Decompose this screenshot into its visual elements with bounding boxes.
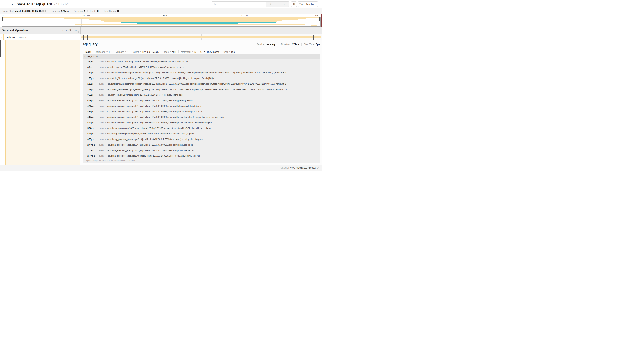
collapse-one-icon[interactable]: › [62, 30, 64, 31]
tags-row[interactable]: › Tags: _unfinished = 1 _verbose = 1 [83, 50, 236, 54]
trace-title: node sql1: sql query [16, 2, 52, 6]
find-input[interactable] [212, 2, 266, 7]
log-marker-tick[interactable] [123, 35, 124, 40]
log-row[interactable]: › 597μs: event=‹sql/distsql_running.go:4… [83, 131, 320, 137]
total-spans-label: Total Spans [104, 10, 116, 12]
log-message: event=‹sql/plan_opt.go:358 [nsql1,client… [99, 66, 184, 69]
trace-timeline-dropdown[interactable]: Trace Timeline › [298, 2, 318, 7]
chevron-right-icon: › [85, 127, 88, 129]
expand-all-icon[interactable]: ≫ [74, 29, 77, 32]
log-message: event=‹sql/conn_executor_exec.go:684 [ns… [99, 121, 212, 124]
trace-minimap[interactable] [2, 17, 320, 27]
log-row[interactable]: › 574μs: event=‹sql/distsql_running.go:1… [83, 125, 320, 131]
log-row[interactable]: › 502μs: event=‹sql/conn_executor_exec.g… [83, 120, 320, 125]
minimap-right-scrubber-handle[interactable] [320, 17, 320, 21]
log-row[interactable]: › 189μs: event=‹sql/catalog/lease/descri… [83, 81, 320, 87]
log-event-key: event [99, 61, 104, 63]
log-event-key: event [99, 99, 104, 102]
log-marker-tick[interactable] [122, 35, 122, 40]
locate-icon[interactable]: ⌖ [270, 3, 271, 6]
back-arrow-icon: ← [3, 2, 6, 6]
log-row[interactable]: › 176μs: event=‹sql/catalog/descs/descri… [83, 76, 320, 81]
log-event-value: sql/distsql_physical_planner.go:828 [nsq… [108, 138, 202, 141]
quote-close: › [192, 61, 192, 63]
minimap-span-row [2, 19, 320, 20]
log-row[interactable]: › 486μs: event=‹sql/conn_executor_exec.g… [83, 109, 320, 114]
log-row[interactable]: › 366μs: event=‹sql/plan_opt.go:358 [nsq… [83, 92, 320, 98]
quote-close: › [212, 127, 212, 129]
tag-equals: = [192, 51, 193, 53]
log-timestamp: 597μs: [88, 133, 99, 135]
log-equals: = [105, 88, 106, 91]
log-row[interactable]: › 2.79ms: event=‹sql/conn_executor_exec.… [83, 153, 320, 159]
log-equals: = [105, 72, 106, 74]
span-row[interactable]: › node sql1 sql query [0, 34, 322, 40]
quote-close: › [192, 99, 192, 102]
log-marker-tick[interactable] [96, 35, 96, 40]
log-row[interactable]: › 495μs: event=‹sql/conn_executor_exec.g… [83, 114, 320, 120]
span-expander[interactable]: › [2, 34, 2, 40]
back-button[interactable]: ← [0, 0, 10, 8]
clear-search-icon[interactable]: × [284, 3, 285, 6]
tag-equals: = [140, 51, 141, 53]
link-icon[interactable] [317, 167, 320, 169]
log-marker-tick[interactable] [97, 35, 97, 40]
logs-header[interactable]: › Logs (18) [83, 54, 320, 59]
log-row[interactable]: › 476μs: event=‹sql/conn_executor_exec.g… [83, 103, 320, 109]
log-marker-tick[interactable] [313, 35, 314, 40]
log-row[interactable]: › 2.69ms: event=‹sql/conn_executor_exec.… [83, 142, 320, 148]
quote-close: › [182, 94, 183, 96]
minimap-left-scrubber-handle[interactable] [2, 17, 3, 21]
quote-close: › [202, 138, 203, 141]
logs-section: › Logs (18) › 34μs: event=‹sql/exec_util… [83, 54, 320, 163]
log-marker-tick[interactable] [93, 35, 93, 40]
log-marker-tick[interactable] [314, 35, 314, 40]
viewport-edge-marker [321, 14, 322, 27]
column-resize-handle[interactable] [78, 31, 80, 33]
log-equals: = [105, 111, 106, 113]
quote-close: › [201, 155, 202, 157]
log-row[interactable]: › 34μs: event=‹sql/exec_util.go:2297 [ns… [83, 59, 320, 65]
log-row[interactable]: › 201μs: event=‹sql/catalog/lease/descri… [83, 87, 320, 92]
log-row[interactable]: › 142μs: event=‹sql/catalog/lease/descri… [83, 70, 320, 76]
log-marker-tick[interactable] [124, 35, 124, 40]
span-row-name-cell[interactable]: › node sql1 sql query [0, 34, 80, 40]
log-event-key: event [99, 127, 104, 129]
keyboard-shortcuts-button[interactable]: ⌘ [291, 2, 297, 7]
log-row[interactable]: › 2.7ms: event=‹sql/conn_executor_exec.g… [83, 148, 320, 153]
logs-footnote: Log timestamps are relative to the start… [83, 159, 320, 162]
quote-close: › [286, 83, 287, 85]
log-row[interactable]: › 80μs: event=‹sql/plan_opt.go:358 [nsql… [83, 65, 320, 70]
quote-close: › [286, 72, 286, 74]
minimap-span-rows [2, 17, 320, 26]
span-track[interactable] [80, 34, 322, 40]
log-equals: = [105, 83, 106, 85]
tag-equals: = [170, 51, 171, 53]
log-marker-tick[interactable] [122, 35, 123, 40]
chevron-right-icon: › [85, 100, 88, 102]
spanid-value: 4877749850101760812 [290, 166, 316, 169]
log-marker-tick[interactable] [98, 35, 98, 40]
chevron-down-icon: › [84, 56, 86, 57]
log-row[interactable]: › 678μs: event=‹sql/distsql_physical_pla… [83, 137, 320, 142]
minimap-span-bar [137, 23, 238, 24]
log-marker-tick[interactable] [132, 35, 132, 40]
prev-match-icon[interactable]: › [274, 4, 277, 4]
log-event-value: sql/conn_executor_exec.go:2046 [nsql1,cl… [108, 155, 201, 157]
tag-key: user [224, 51, 228, 53]
collapse-all-icon[interactable]: ≫ [69, 29, 72, 32]
tag-equals: = [106, 51, 108, 53]
log-timestamp: 502μs: [88, 121, 99, 124]
log-equals: = [105, 105, 106, 107]
expand-one-icon[interactable]: › [66, 29, 67, 32]
log-row[interactable]: › 459μs: event=‹sql/conn_executor_exec.g… [83, 98, 320, 103]
minimap-span-bar [100, 20, 282, 21]
log-event-value: sql/distsql_running.go:1420 [nsql1,clien… [108, 127, 212, 129]
next-match-icon[interactable]: › [278, 4, 281, 4]
log-timestamp: 2.79ms: [88, 155, 99, 157]
collapse-trace-header-button[interactable]: › [12, 0, 13, 8]
minimap-span-row [2, 25, 320, 26]
log-timestamp: 678μs: [88, 138, 99, 141]
tag-item: client = 127.0.0.1:59936 [129, 50, 159, 53]
log-event-key: event [99, 94, 104, 96]
